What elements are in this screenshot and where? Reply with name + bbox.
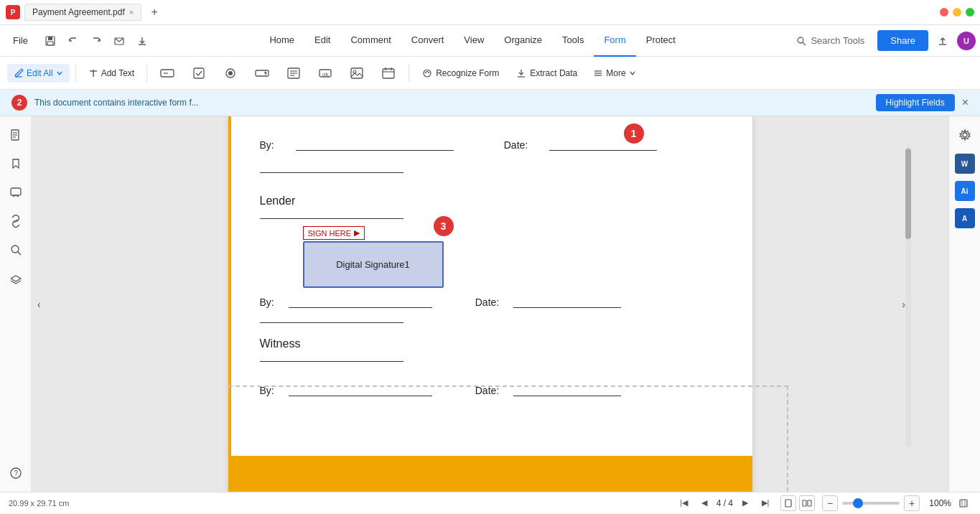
last-page-button[interactable]: ▶| — [757, 495, 773, 511]
nav-organize[interactable]: Organize — [494, 25, 552, 57]
listbox-icon — [286, 65, 302, 81]
text-field-button[interactable] — [153, 61, 182, 85]
date-field-2[interactable] — [513, 295, 621, 308]
by-field-2[interactable] — [289, 295, 432, 308]
date-label-1: Date: — [504, 139, 528, 151]
svg-rect-46 — [808, 500, 811, 506]
sidebar-search-icon[interactable] — [4, 238, 27, 261]
save-button[interactable] — [39, 30, 61, 52]
fit-page-button[interactable] — [956, 495, 971, 511]
svg-line-40 — [18, 252, 21, 255]
undo-button[interactable] — [62, 30, 84, 52]
zoom-slider[interactable] — [842, 502, 900, 505]
nav-view[interactable]: View — [454, 25, 494, 57]
scrollbar-thumb[interactable] — [905, 149, 911, 239]
svg-point-5 — [798, 37, 803, 43]
recognize-form-button[interactable]: Recognize Form — [415, 65, 506, 82]
notification-bar: 2 This document contains interactive for… — [0, 90, 980, 116]
word-plugin-icon[interactable]: W — [955, 154, 975, 174]
toolbar-separator-1 — [75, 65, 76, 82]
zoom-controls: − + 100% — [822, 495, 971, 511]
first-page-button[interactable]: |◀ — [676, 495, 692, 511]
next-page-button[interactable]: ▶ — [737, 495, 753, 511]
digital-signature-box[interactable]: Digital Signature1 — [303, 241, 444, 288]
svg-rect-38 — [11, 188, 21, 195]
word-icon-container: W — [955, 154, 975, 174]
tab-close-icon[interactable]: × — [129, 8, 134, 17]
notification-text: This document contains interactive form … — [34, 98, 199, 108]
tab-title: Payment Agreement.pdf — [32, 7, 125, 17]
nav-home[interactable]: Home — [259, 25, 304, 57]
digital-signature-container[interactable]: 3 SIGN HERE ▶ Digital Signature1 — [303, 226, 444, 288]
download-button[interactable] — [131, 30, 153, 52]
window-maximize-button[interactable] — [966, 8, 974, 17]
witness-label: Witness — [260, 337, 724, 350]
sidebar-comment-icon[interactable] — [4, 181, 27, 204]
document-dimensions: 20.99 x 29.71 cm — [9, 499, 69, 508]
sig-line-witness — [260, 361, 403, 362]
upload-icon[interactable] — [933, 31, 953, 51]
lender-label: Lender — [260, 195, 724, 207]
window-minimize-button[interactable] — [953, 8, 961, 17]
ai-plugin-icon[interactable]: Ai — [955, 181, 975, 201]
svg-rect-1 — [48, 37, 52, 40]
prev-page-button[interactable]: ◀ — [696, 495, 712, 511]
dropdown-button[interactable] — [248, 61, 276, 85]
toolbar-separator-3 — [409, 65, 409, 82]
checkbox-button[interactable] — [185, 61, 213, 85]
svg-point-15 — [228, 71, 233, 75]
zoom-in-button[interactable]: + — [904, 495, 920, 511]
page-nav-right-arrow[interactable]: › — [902, 299, 905, 310]
settings-icon[interactable] — [953, 123, 976, 146]
nav-form[interactable]: Form — [594, 25, 635, 57]
highlight-fields-button[interactable]: Highlight Fields — [876, 94, 955, 111]
svg-point-43 — [963, 133, 967, 137]
more-button[interactable]: More — [587, 65, 641, 82]
nav-edit[interactable]: Edit — [304, 25, 340, 57]
by-label-2: By: — [260, 296, 274, 308]
nav-tools[interactable]: Tools — [552, 25, 594, 57]
extract-data-button[interactable]: Extract Data — [509, 65, 584, 82]
nav-protect[interactable]: Protect — [636, 25, 686, 57]
toolbar-separator-2 — [146, 65, 147, 82]
single-page-view-button[interactable] — [780, 495, 796, 511]
sidebar-layers-icon[interactable] — [4, 267, 27, 290]
page-nav-left-arrow[interactable]: ‹ — [37, 299, 41, 310]
scrollbar-track[interactable] — [905, 146, 911, 447]
listbox-button[interactable] — [279, 61, 308, 85]
date-field-icon — [381, 65, 396, 81]
sidebar-link-icon[interactable] — [4, 210, 27, 233]
form-toolbar: Edit All Add Text ok — [0, 57, 980, 90]
new-tab-button[interactable]: + — [146, 4, 163, 21]
multi-page-view-button[interactable] — [799, 495, 815, 511]
dropdown-icon — [254, 65, 270, 81]
word-plugin-icon-2[interactable]: A — [955, 208, 975, 228]
redo-button[interactable] — [85, 30, 107, 52]
nav-convert[interactable]: Convert — [401, 25, 454, 57]
document-tab[interactable]: Payment Agreement.pdf × — [24, 4, 141, 21]
image-field-button[interactable] — [342, 61, 371, 85]
window-close-button[interactable] — [940, 8, 948, 17]
sidebar-help-icon[interactable]: ? — [4, 462, 27, 485]
search-tools-button[interactable]: Search Tools — [789, 32, 872, 49]
share-button[interactable]: Share — [877, 30, 928, 51]
step-3-badge: 3 — [434, 216, 454, 236]
zoom-out-button[interactable]: − — [822, 495, 838, 511]
toolbar-actions — [39, 30, 153, 52]
user-avatar-purple[interactable]: U — [957, 32, 976, 50]
edit-all-button[interactable]: Edit All — [7, 64, 70, 83]
right-sidebar: W Ai A — [948, 116, 980, 492]
notification-close-button[interactable]: × — [962, 96, 969, 109]
radio-button[interactable] — [216, 61, 245, 85]
sidebar-bookmark-icon[interactable] — [4, 152, 27, 175]
share-email-button[interactable] — [108, 30, 130, 52]
add-text-button[interactable]: Add Text — [82, 64, 141, 83]
nav-comment[interactable]: Comment — [340, 25, 401, 57]
by-field-1[interactable] — [296, 138, 454, 151]
ok-button-field[interactable]: ok — [311, 61, 340, 85]
date-field-button[interactable] — [374, 61, 403, 85]
svg-rect-45 — [803, 500, 806, 506]
sidebar-pages-icon[interactable] — [4, 123, 27, 146]
svg-rect-23 — [351, 68, 363, 78]
file-menu[interactable]: File — [4, 31, 37, 50]
